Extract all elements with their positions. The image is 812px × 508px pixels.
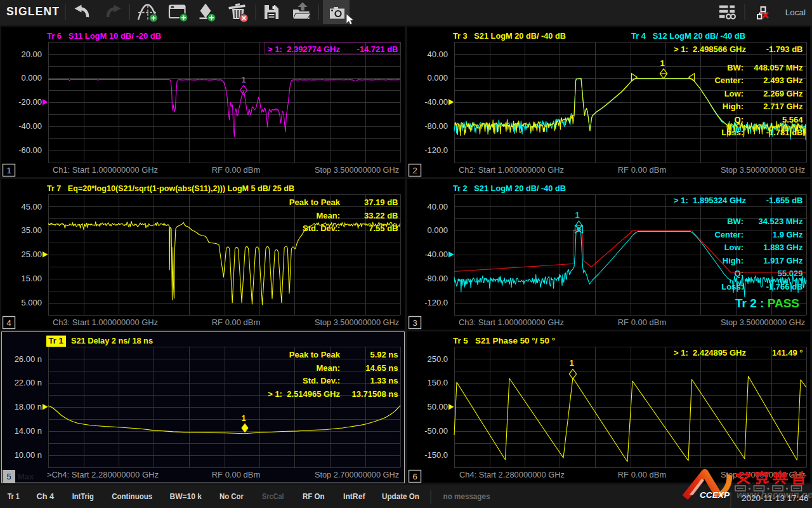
svg-text:RF On: RF On <box>303 492 325 501</box>
svg-text:-40.00: -40.00 <box>424 250 448 259</box>
svg-text:Std. Dev.:: Std. Dev.: <box>303 376 340 385</box>
svg-text:Center:: Center: <box>714 230 743 239</box>
svg-text:1.33 ns: 1.33 ns <box>370 376 398 385</box>
svg-text:RF 0.00 dBm: RF 0.00 dBm <box>618 318 667 327</box>
svg-text:40.00: 40.00 <box>427 50 448 59</box>
svg-text:0.000: 0.000 <box>427 73 448 83</box>
svg-text:1: 1 <box>575 210 579 220</box>
svg-text:5: 5 <box>6 472 11 481</box>
svg-text:RF 0.00 dBm: RF 0.00 dBm <box>212 470 261 479</box>
svg-text:1: 1 <box>660 58 664 68</box>
svg-text:1: 1 <box>569 358 573 368</box>
svg-text:-120.0: -120.0 <box>424 145 448 155</box>
svg-text:Peak to Peak: Peak to Peak <box>289 197 341 207</box>
svg-text:-40.00: -40.00 <box>424 97 448 107</box>
svg-text:15.00: 15.00 <box>21 274 42 283</box>
svg-text:BW:: BW: <box>727 63 743 72</box>
svg-text:141.49 °: 141.49 ° <box>772 348 803 358</box>
svg-text:Local: Local <box>785 8 806 17</box>
svg-text:-120.0: -120.0 <box>424 298 448 307</box>
svg-text:250.0: 250.0 <box>427 354 448 364</box>
svg-text:2.269 GHz: 2.269 GHz <box>763 89 803 98</box>
svg-text:Ch4: Start 2.280000000 GHz: Ch4: Start 2.280000000 GHz <box>459 470 565 479</box>
svg-text:Loss:: Loss: <box>721 128 743 137</box>
svg-text:Low:: Low: <box>724 89 743 98</box>
svg-text:40.00: 40.00 <box>427 202 448 211</box>
svg-text:Stop 3.500000000 GHz: Stop 3.500000000 GHz <box>721 318 805 327</box>
svg-text:Tr 1: Tr 1 <box>8 492 20 501</box>
svg-text:Ch1: Start 1.000000000 GHz: Ch1: Start 1.000000000 GHz <box>53 165 158 175</box>
svg-text:33.22 dB: 33.22 dB <box>364 211 398 220</box>
svg-text:IntTrig: IntTrig <box>72 492 94 501</box>
svg-text:2: 2 <box>412 166 417 175</box>
svg-text:0.000: 0.000 <box>427 225 448 235</box>
svg-text:Tr 2 : PASS: Tr 2 : PASS <box>735 297 799 310</box>
svg-text:-1.655 dB: -1.655 dB <box>766 196 803 205</box>
svg-text:1: 1 <box>241 413 246 423</box>
svg-text:No Cor: No Cor <box>219 492 244 501</box>
svg-text:Stop 3.500000000 GHz: Stop 3.500000000 GHz <box>315 165 399 175</box>
svg-text:5.92 ns: 5.92 ns <box>370 350 398 359</box>
svg-text:S21 Delay 2 ns/ 18 ns: S21 Delay 2 ns/ 18 ns <box>71 336 153 345</box>
svg-text:Ch3: Start 1.000000000 GHz: Ch3: Start 1.000000000 GHz <box>459 318 564 327</box>
svg-text:Tr 1: Tr 1 <box>49 336 63 345</box>
svg-text:Ch2: Start 1.000000000 GHz: Ch2: Start 1.000000000 GHz <box>459 165 564 175</box>
svg-text:6: 6 <box>412 472 417 481</box>
svg-text:50.00: 50.00 <box>427 402 448 411</box>
svg-text:-40.00: -40.00 <box>18 121 42 131</box>
svg-text:CCEXP: CCEXP <box>700 491 730 500</box>
svg-text:2.493 GHz: 2.493 GHz <box>763 76 803 85</box>
svg-text:no messages: no messages <box>443 492 490 501</box>
svg-text:Mean:: Mean: <box>316 363 340 373</box>
svg-text:4: 4 <box>6 318 11 328</box>
svg-text:0.000: 0.000 <box>21 73 42 83</box>
svg-text:Update On: Update On <box>382 492 419 501</box>
svg-text:> 1: 2.514965 GHz: > 1: 2.514965 GHz <box>268 389 340 399</box>
svg-text:Stop 3.500000000 GHz: Stop 3.500000000 GHz <box>315 318 399 327</box>
svg-text:1.9 GHz: 1.9 GHz <box>773 230 803 239</box>
svg-text:-150.0: -150.0 <box>424 450 448 460</box>
svg-text:1.883 GHz: 1.883 GHz <box>763 243 803 252</box>
svg-text:RF 0.00 dBm: RF 0.00 dBm <box>618 165 667 175</box>
svg-text:Stop 3.500000000 GHz: Stop 3.500000000 GHz <box>721 165 805 175</box>
svg-text:Peak to Peak: Peak to Peak <box>289 350 341 359</box>
svg-text:1: 1 <box>241 75 246 84</box>
svg-text:Tr 6 S11 LogM 10 dB/ -20 dB: Tr 6 S11 LogM 10 dB/ -20 dB <box>47 31 161 41</box>
svg-text:35.00: 35.00 <box>21 225 42 235</box>
svg-text:SIGLENT: SIGLENT <box>6 5 60 18</box>
svg-text:448.057 MHz: 448.057 MHz <box>754 63 803 72</box>
svg-text:> 1: 2.424895 GHz: > 1: 2.424895 GHz <box>674 348 746 358</box>
svg-text:1: 1 <box>6 166 11 175</box>
svg-text:2020-11-13 17:46: 2020-11-13 17:46 <box>742 493 809 503</box>
svg-text:55.029: 55.029 <box>778 269 803 278</box>
svg-text:> 1: 2.392774 GHz: > 1: 2.392774 GHz <box>268 44 340 54</box>
svg-text:18.00 n: 18.00 n <box>15 402 42 411</box>
svg-text:Stop 2.700000000 GHz: Stop 2.700000000 GHz <box>315 470 399 479</box>
svg-text:34.523 MHz: 34.523 MHz <box>758 217 803 226</box>
svg-text:-1.793 dB: -1.793 dB <box>766 44 803 54</box>
svg-text:-20.00: -20.00 <box>18 97 42 107</box>
svg-text:22.00 n: 22.00 n <box>15 378 42 387</box>
svg-text:Tr 2 S21 LogM 20 dB/ -40 dB: Tr 2 S21 LogM 20 dB/ -40 dB <box>453 184 566 193</box>
svg-text:Max: Max <box>18 472 34 481</box>
svg-text:> 1: 2.498566 GHz: > 1: 2.498566 GHz <box>674 44 746 54</box>
svg-text:Continuous: Continuous <box>112 492 152 501</box>
svg-text:IntRef: IntRef <box>343 492 365 501</box>
svg-text:Tr 3 S21 LogM 20 dB/ -40 dB: Tr 3 S21 LogM 20 dB/ -40 dB <box>453 31 566 41</box>
svg-text:RF 0.00 dBm: RF 0.00 dBm <box>212 165 261 175</box>
svg-text:5.000: 5.000 <box>21 298 42 307</box>
svg-text:SrcCal: SrcCal <box>262 492 284 501</box>
svg-text:14.00 n: 14.00 n <box>15 426 42 436</box>
svg-text:Low:: Low: <box>724 243 743 252</box>
svg-text:Ch3: Start 1.000000000 GHz: Ch3: Start 1.000000000 GHz <box>53 318 158 327</box>
svg-text:150.0: 150.0 <box>427 378 448 387</box>
svg-text:20.00: 20.00 <box>21 50 42 59</box>
svg-text:Tr 5 S21 Phase 50 °/ 50 °: Tr 5 S21 Phase 50 °/ 50 ° <box>453 336 555 345</box>
svg-text:BW:: BW: <box>727 217 743 226</box>
svg-text:Tr 7 Eq=20*log10(S21/sqrt(1-: Tr 7 Eq=20*log10(S21/sqrt(1-pow(abs(S11)… <box>47 184 294 193</box>
svg-text:26.00 n: 26.00 n <box>15 354 42 364</box>
svg-text:> 1: 1.895324 GHz: > 1: 1.895324 GHz <box>674 196 746 205</box>
svg-text:14.65 ns: 14.65 ns <box>365 363 398 373</box>
svg-text:BW=10 k: BW=10 k <box>170 492 202 501</box>
svg-text:1.917 GHz: 1.917 GHz <box>763 256 803 265</box>
